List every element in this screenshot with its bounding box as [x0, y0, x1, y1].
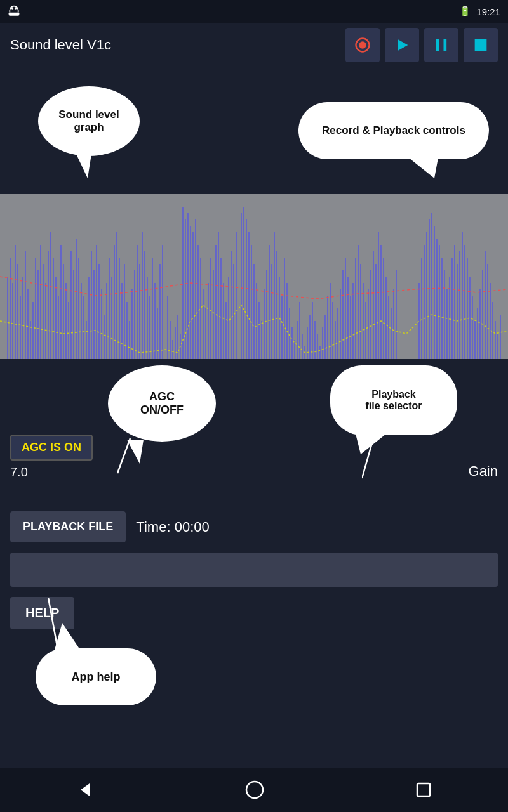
- gain-label: Gain: [469, 463, 498, 480]
- sound-level-graph-bubble: Sound level graph: [38, 86, 140, 156]
- playback-selector-bubble-container: Playback file selector: [330, 365, 457, 435]
- status-bar-right: 🔋 19:21: [459, 6, 500, 17]
- top-bar: Sound level V1c: [0, 23, 508, 67]
- nav-bar: [0, 768, 508, 812]
- playback-bubble-tail: [362, 434, 476, 485]
- agc-toggle-button[interactable]: AGC IS ON: [10, 435, 93, 461]
- status-bar: 🔋 19:21: [0, 0, 508, 23]
- time-display: 19:21: [476, 6, 500, 17]
- stop-button[interactable]: [464, 28, 498, 62]
- recent-apps-button[interactable]: [415, 781, 432, 799]
- svg-rect-6: [436, 39, 439, 51]
- record-playback-bubble: Record & Playback controls: [298, 102, 489, 159]
- svg-point-4: [359, 41, 366, 49]
- file-path-input[interactable]: [10, 553, 498, 587]
- agc-bubble-tail: [117, 438, 168, 476]
- bottom-section: PLAYBACK FILE Time: 00:00 HELP App help: [0, 511, 508, 705]
- playback-controls: [345, 28, 498, 62]
- play-button[interactable]: [385, 28, 419, 62]
- gain-value: 7.0: [10, 465, 28, 480]
- playback-file-button[interactable]: PLAYBACK FILE: [10, 511, 126, 542]
- svg-marker-5: [398, 39, 408, 51]
- svg-rect-2: [9, 13, 20, 16]
- app-help-bubble: App help: [36, 648, 156, 705]
- sound-level-graph: [0, 194, 508, 359]
- pause-button[interactable]: [424, 28, 458, 62]
- back-button[interactable]: [76, 780, 95, 799]
- playback-file-row: PLAYBACK FILE Time: 00:00: [10, 511, 498, 542]
- agc-onoff-bubble: AGC ON/OFF: [108, 365, 216, 442]
- svg-point-199: [246, 782, 263, 798]
- battery-icon: 🔋: [459, 6, 471, 17]
- svg-line-196: [362, 434, 375, 478]
- android-icon: [8, 5, 20, 18]
- app-help-bubble-area: App help: [36, 648, 498, 705]
- svg-rect-200: [417, 783, 430, 796]
- home-button[interactable]: [245, 780, 264, 799]
- svg-rect-8: [475, 39, 487, 51]
- svg-point-0: [11, 7, 13, 9]
- status-bar-left: [8, 5, 20, 18]
- waveform-svg: [0, 194, 508, 359]
- svg-rect-7: [444, 39, 447, 51]
- record-button[interactable]: [345, 28, 380, 62]
- middle-section: AGC ON/OFF Playback file selector AGC IS…: [0, 359, 508, 511]
- annotation-area: Sound level graph Record & Playback cont…: [0, 67, 508, 194]
- app-title: Sound level V1c: [10, 37, 111, 53]
- svg-line-195: [117, 438, 130, 473]
- svg-point-1: [15, 7, 17, 9]
- playback-file-selector-bubble: Playback file selector: [330, 365, 457, 435]
- svg-marker-198: [81, 783, 90, 796]
- time-display: Time: 00:00: [136, 519, 209, 535]
